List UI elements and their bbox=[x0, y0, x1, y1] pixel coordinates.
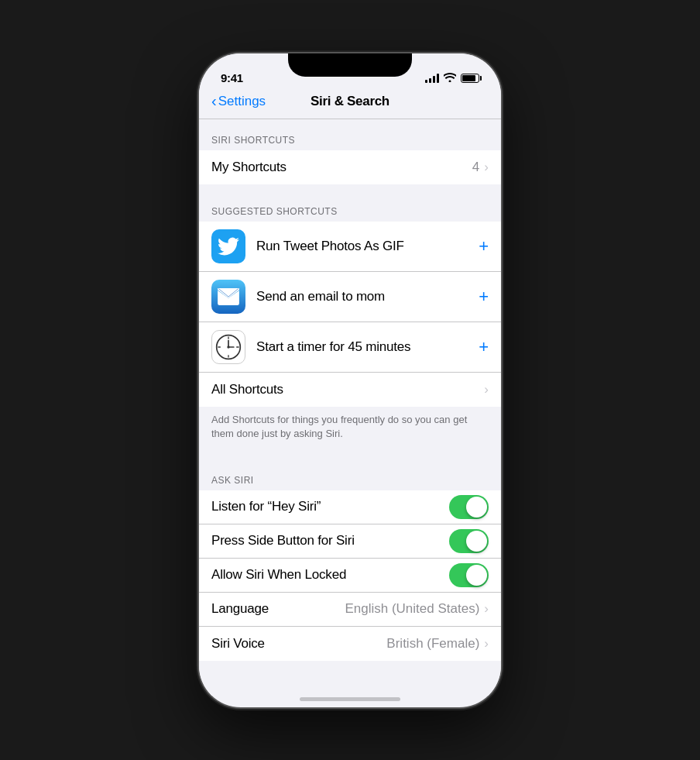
battery-icon bbox=[461, 74, 479, 83]
my-shortcuts-badge: 4 bbox=[472, 160, 479, 175]
siri-voice-chevron-icon: › bbox=[484, 636, 489, 652]
notch bbox=[288, 53, 412, 77]
shortcut-timer-add-button[interactable]: + bbox=[479, 339, 489, 356]
hey-siri-label: Listen for “Hey Siri” bbox=[211, 499, 449, 514]
hey-siri-toggle[interactable] bbox=[449, 495, 489, 519]
siri-voice-value: British (Female) bbox=[386, 636, 479, 652]
my-shortcuts-chevron-icon: › bbox=[484, 160, 489, 175]
language-value: English (United States) bbox=[345, 601, 479, 617]
wifi-icon bbox=[444, 73, 456, 84]
home-indicator bbox=[300, 697, 400, 701]
status-icons bbox=[425, 73, 479, 84]
clock-icon bbox=[211, 330, 245, 364]
status-time: 9:41 bbox=[221, 71, 243, 84]
shortcuts-footer: Add Shortcuts for things you frequently … bbox=[199, 407, 501, 453]
back-label: Settings bbox=[218, 94, 266, 109]
my-shortcuts-group: My Shortcuts 4 › bbox=[199, 150, 501, 184]
ask-siri-header: ASK SIRI bbox=[199, 459, 501, 490]
siri-locked-row[interactable]: Allow Siri When Locked bbox=[199, 559, 501, 593]
language-row[interactable]: Language English (United States) › bbox=[199, 593, 501, 627]
phone-frame: 9:41 ‹ Settings bbox=[199, 53, 501, 707]
signal-icon bbox=[425, 74, 439, 83]
shortcut-tweet-add-button[interactable]: + bbox=[479, 238, 489, 255]
shortcut-row-email: Send an email to mom + bbox=[199, 272, 501, 322]
separator-1 bbox=[199, 184, 501, 191]
siri-locked-toggle-thumb bbox=[466, 565, 487, 586]
siri-locked-label: Allow Siri When Locked bbox=[211, 567, 449, 583]
bottom-spacer bbox=[199, 661, 501, 692]
back-button[interactable]: ‹ Settings bbox=[211, 94, 266, 109]
suggested-shortcuts-header: SUGGESTED SHORTCUTS bbox=[199, 191, 501, 222]
separator-2 bbox=[199, 453, 501, 459]
hey-siri-toggle-thumb bbox=[466, 497, 487, 518]
page-title: Siri & Search bbox=[311, 94, 389, 109]
siri-voice-row[interactable]: Siri Voice British (Female) › bbox=[199, 627, 501, 661]
siri-voice-label: Siri Voice bbox=[211, 636, 386, 652]
shortcut-tweet-label: Run Tweet Photos As GIF bbox=[256, 239, 479, 254]
suggested-shortcuts-group: Run Tweet Photos As GIF + Send an email … bbox=[199, 222, 501, 407]
shortcut-timer-label: Start a timer for 45 minutes bbox=[256, 339, 479, 355]
mail-icon bbox=[211, 280, 245, 314]
language-chevron-icon: › bbox=[484, 601, 489, 617]
my-shortcuts-label: My Shortcuts bbox=[211, 160, 472, 175]
siri-shortcuts-header: SIRI SHORTCUTS bbox=[199, 119, 501, 150]
shortcut-email-add-button[interactable]: + bbox=[479, 288, 489, 305]
side-button-toggle-thumb bbox=[466, 531, 487, 552]
side-button-toggle[interactable] bbox=[449, 529, 489, 553]
all-shortcuts-label: All Shortcuts bbox=[211, 382, 484, 397]
all-shortcuts-chevron-icon: › bbox=[484, 382, 489, 397]
siri-locked-toggle[interactable] bbox=[449, 563, 489, 587]
svg-point-8 bbox=[227, 346, 229, 348]
shortcut-email-label: Send an email to mom bbox=[256, 289, 479, 304]
twitter-icon bbox=[211, 229, 245, 263]
all-shortcuts-row[interactable]: All Shortcuts › bbox=[199, 373, 501, 407]
language-label: Language bbox=[211, 601, 345, 617]
side-button-row[interactable]: Press Side Button for Siri bbox=[199, 524, 501, 559]
content-area: SIRI SHORTCUTS My Shortcuts 4 › SUGGESTE… bbox=[199, 119, 501, 696]
my-shortcuts-row[interactable]: My Shortcuts 4 › bbox=[199, 150, 501, 184]
shortcut-row-timer: Start a timer for 45 minutes + bbox=[199, 322, 501, 373]
hey-siri-row[interactable]: Listen for “Hey Siri” bbox=[199, 490, 501, 524]
side-button-label: Press Side Button for Siri bbox=[211, 533, 449, 549]
nav-bar: ‹ Settings Siri & Search bbox=[199, 91, 501, 119]
back-chevron-icon: ‹ bbox=[211, 93, 217, 108]
ask-siri-group: Listen for “Hey Siri” Press Side Button … bbox=[199, 490, 501, 661]
shortcut-row-tweet: Run Tweet Photos As GIF + bbox=[199, 222, 501, 272]
